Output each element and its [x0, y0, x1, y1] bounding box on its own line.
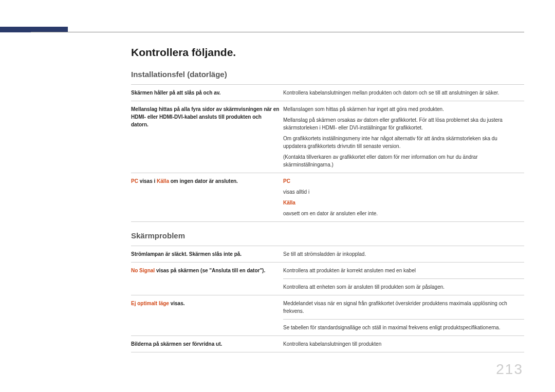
solution-cell: Kontrollera kabelanslutningen mellan pro…: [283, 85, 524, 101]
problem-cell: Ej optimalt läge visas.: [131, 295, 283, 336]
solution-cell: Se tabellen för standardsignalläge och s…: [283, 320, 524, 336]
problem-cell: Skärmen håller på att slås på och av.: [131, 85, 283, 101]
problem-cell: PC visas i Källa om ingen dator är anslu…: [131, 173, 283, 222]
problem-cell: No Signal visas på skärmen (se "Ansluta …: [131, 263, 283, 295]
troubleshooting-table: Skärmen håller på att slås på och av.Kon…: [131, 84, 524, 222]
table-row: PC visas i Källa om ingen dator är anslu…: [131, 173, 524, 222]
table-row: Bilderna på skärmen ser förvridna ut.Kon…: [131, 336, 524, 352]
table-row: Mellanslag hittas på alla fyra sidor av …: [131, 101, 524, 173]
table-row: Skärmen håller på att slås på och av.Kon…: [131, 85, 524, 101]
problem-cell: Strömlampan är släckt. Skärmen slås inte…: [131, 246, 283, 263]
solution-cell: Kontrollera att enheten som är ansluten …: [283, 279, 524, 295]
problem-cell: Mellanslag hittas på alla fyra sidor av …: [131, 101, 283, 173]
page-content: Kontrollera följande. Installationsfel (…: [31, 46, 524, 352]
page-number: 213: [496, 361, 523, 378]
solution-cell: Mellanslagen som hittas på skärmen har i…: [283, 101, 524, 173]
solution-cell: Kontrollera att produkten är korrekt ans…: [283, 263, 524, 279]
page-title: Kontrollera följande.: [131, 46, 524, 59]
section-title: Skärmproblem: [131, 231, 524, 240]
table-row: No Signal visas på skärmen (se "Ansluta …: [131, 263, 524, 279]
troubleshooting-table: Strömlampan är släckt. Skärmen slås inte…: [131, 246, 524, 352]
solution-cell: Kontrollera kabelanslutningen till produ…: [283, 336, 524, 352]
header-divider-line: [31, 32, 524, 32]
solution-cell: Se till att strömsladden är inkopplad.: [283, 246, 524, 263]
table-row: Ej optimalt läge visas.Meddelandet visas…: [131, 295, 524, 320]
problem-cell: Bilderna på skärmen ser förvridna ut.: [131, 336, 283, 352]
solution-cell: PC visas alltid i Källa oavsett om en da…: [283, 173, 524, 222]
table-row: Strömlampan är släckt. Skärmen slås inte…: [131, 246, 524, 263]
solution-cell: Meddelandet visas när en signal från gra…: [283, 295, 524, 320]
section-title: Installationsfel (datorläge): [131, 70, 524, 79]
